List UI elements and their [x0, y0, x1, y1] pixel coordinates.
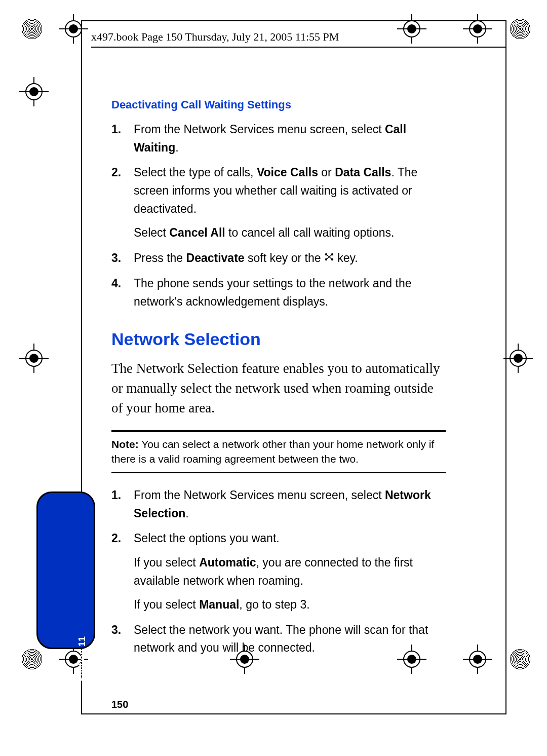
crop-mark-icon: [506, 347, 530, 370]
step-paragraph: If you select Automatic, you are connect…: [134, 554, 446, 590]
step-number: 1.: [111, 486, 121, 505]
step-number: 2.: [111, 164, 121, 182]
step-text: From the Network Services menu screen, s…: [134, 488, 385, 502]
step-text: Select the options you want.: [134, 532, 280, 545]
registration-mark-icon: [21, 18, 43, 40]
step-number: 3.: [111, 249, 121, 268]
crop-mark-icon: [466, 648, 489, 671]
step-text: Select the type of calls,: [134, 166, 257, 179]
bold-text: Data Calls: [335, 166, 391, 179]
step-number: 2.: [111, 530, 121, 548]
crop-mark-icon: [466, 17, 489, 41]
step-text: .: [185, 507, 188, 520]
step-text: Select the network you want. The phone w…: [134, 623, 428, 655]
bold-text: Manual: [199, 598, 239, 611]
list-item: 1. From the Network Services menu screen…: [111, 486, 446, 522]
step-text: , go to step 3.: [239, 598, 309, 611]
step-text: The phone sends your settings to the net…: [134, 277, 412, 308]
list-item: 2. Select the options you want. If you s…: [111, 530, 446, 614]
list-item: 1. From the Network Services menu screen…: [111, 121, 446, 157]
registration-mark-icon: [510, 18, 531, 40]
step-text: soft key or the: [245, 251, 324, 264]
crop-mark-icon: [62, 17, 85, 41]
list-item: 2. Select the type of calls, Voice Calls…: [111, 164, 446, 242]
registration-mark-icon: [21, 649, 43, 670]
steps-deactivating: 1. From the Network Services menu screen…: [111, 121, 446, 311]
list-item: 4. The phone sends your settings to the …: [111, 275, 446, 311]
crop-mark-icon: [22, 80, 46, 103]
steps-network-selection: 1. From the Network Services menu screen…: [111, 486, 446, 657]
note-box: Note: You can select a network other tha…: [111, 430, 446, 473]
step-text: If you select: [134, 556, 199, 569]
note-label: Note:: [111, 438, 139, 450]
registration-mark-icon: [510, 649, 531, 670]
step-text: .: [175, 141, 178, 154]
bold-text: Voice Calls: [257, 166, 318, 179]
header-rule: [91, 47, 506, 48]
step-text: Select: [134, 226, 169, 239]
section-tab-label: Section 11: [77, 636, 88, 682]
step-number: 1.: [111, 121, 121, 139]
step-paragraph: If you select Manual, go to step 3.: [134, 596, 446, 614]
step-paragraph: Select Cancel All to cancel all call wai…: [134, 224, 446, 242]
step-text: or: [318, 166, 335, 179]
key-icon: [324, 249, 334, 267]
crop-mark-icon: [22, 347, 46, 370]
step-text: From the Network Services menu screen, s…: [134, 123, 385, 136]
running-head: x497.book Page 150 Thursday, July 21, 20…: [91, 30, 339, 44]
list-item: 3. Press the Deactivate soft key or the …: [111, 249, 446, 268]
crop-mark-icon: [400, 17, 423, 41]
step-text: Press the: [134, 251, 186, 264]
step-text: key.: [337, 251, 358, 264]
subsection-heading: Deactivating Call Waiting Settings: [111, 96, 446, 114]
section-tab: Section 11: [36, 492, 95, 649]
intro-paragraph: The Network Selection feature enables yo…: [111, 359, 446, 418]
page-number: 150: [111, 699, 128, 710]
bold-text: Deactivate: [186, 251, 245, 264]
bold-text: Automatic: [199, 556, 256, 569]
step-number: 4.: [111, 275, 121, 293]
section-heading: Network Selection: [111, 326, 446, 353]
step-number: 3.: [111, 621, 121, 639]
step-text: If you select: [134, 598, 199, 611]
list-item: 3. Select the network you want. The phon…: [111, 621, 446, 657]
page-content: Deactivating Call Waiting Settings 1. Fr…: [111, 96, 446, 667]
bold-text: Cancel All: [169, 226, 225, 239]
step-text: to cancel all call waiting options.: [225, 226, 395, 239]
note-text: You can select a network other than your…: [111, 438, 434, 464]
